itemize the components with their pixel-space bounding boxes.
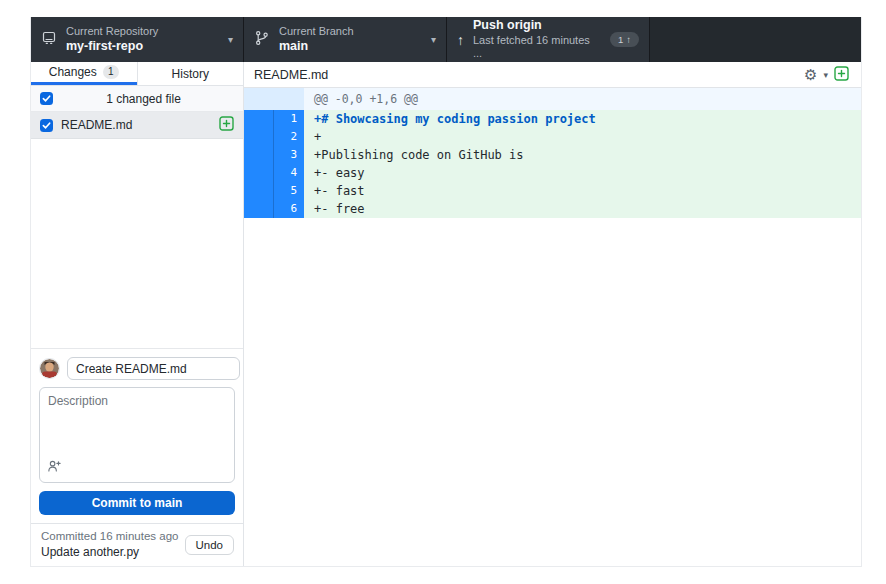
diff-line-text: +- free <box>304 200 861 218</box>
add-coauthor-icon[interactable] <box>47 459 61 477</box>
diff-line[interactable]: 1 +# Showcasing my coding passion projec… <box>244 110 861 128</box>
hunk-header-text: @@ -0,0 +1,6 @@ <box>304 88 861 110</box>
diff-line[interactable]: 4 +- easy <box>244 164 861 182</box>
new-line-number: 6 <box>274 200 304 218</box>
old-line-number <box>244 110 274 128</box>
commit-description-input[interactable] <box>40 388 234 462</box>
diff-line-text: +Publishing code on GitHub is <box>304 146 861 164</box>
diff-empty-area <box>244 218 861 566</box>
file-checkbox[interactable] <box>40 119 53 132</box>
avatar <box>39 358 60 379</box>
toolbar: Current Repository my-first-repo ▾ Curre… <box>31 17 861 62</box>
commit-description-box[interactable] <box>39 387 235 483</box>
sidebar-tabs: Changes 1 History <box>31 62 243 86</box>
repo-name: my-first-repo <box>66 39 158 55</box>
diff-added-icon <box>834 66 849 84</box>
new-line-number: 4 <box>274 164 304 182</box>
commit-button-prefix: Commit to <box>92 496 155 510</box>
check-icon <box>42 94 51 103</box>
diff-file-header: README.md ⚙ ▾ <box>244 62 861 88</box>
toolbar-empty-area <box>650 17 861 62</box>
chevron-down-icon: ▾ <box>431 34 436 45</box>
chevron-down-icon[interactable]: ▾ <box>823 70 828 80</box>
diff-added-icon <box>219 116 234 135</box>
file-name: README.md <box>61 118 211 132</box>
diff-pane: README.md ⚙ ▾ @@ -0,0 +1,6 @@ <box>244 62 861 566</box>
tab-history-label: History <box>172 67 209 81</box>
diff-line[interactable]: 6 +- free <box>244 200 861 218</box>
commit-button-branch: main <box>154 496 182 510</box>
github-desktop-window: Current Repository my-first-repo ▾ Curre… <box>30 17 862 567</box>
repo-icon <box>41 30 57 50</box>
branch-name: main <box>279 39 354 55</box>
changed-files-header: 1 changed file <box>31 86 243 112</box>
new-line-number: 5 <box>274 182 304 200</box>
check-icon <box>42 121 51 130</box>
repo-label: Current Repository <box>66 25 158 39</box>
diff-line-text: +- easy <box>304 164 861 182</box>
gear-icon[interactable]: ⚙ <box>804 67 817 82</box>
push-count-badge: 1 ↑ <box>610 32 639 47</box>
tab-history[interactable]: History <box>137 62 244 85</box>
commit-form: Commit to main <box>31 348 243 523</box>
diff-line[interactable]: 3 +Publishing code on GitHub is <box>244 146 861 164</box>
hunk-gutter <box>244 88 304 110</box>
diff-line-text: +- fast <box>304 182 861 200</box>
diff-file-name: README.md <box>254 68 328 82</box>
push-origin-button[interactable]: ↑ Push origin Last fetched 16 minutes ..… <box>447 17 650 62</box>
diff-line[interactable]: 5 +- fast <box>244 182 861 200</box>
arrow-up-icon: ↑ <box>457 32 464 48</box>
select-all-checkbox[interactable] <box>40 92 53 105</box>
tab-changes[interactable]: Changes 1 <box>31 62 137 85</box>
new-line-number: 3 <box>274 146 304 164</box>
hunk-header-row: @@ -0,0 +1,6 @@ <box>244 88 861 110</box>
new-line-number: 2 <box>274 128 304 146</box>
last-commit-bar: Committed 16 minutes ago Update another.… <box>31 523 243 566</box>
diff-line[interactable]: 2 + <box>244 128 861 146</box>
changes-sidebar: Changes 1 History 1 changed file README.… <box>31 62 244 566</box>
branch-label: Current Branch <box>279 25 354 39</box>
commit-summary-input[interactable] <box>67 357 240 380</box>
diff-line-text: +# Showcasing my coding passion project <box>304 110 861 128</box>
old-line-number <box>244 128 274 146</box>
current-branch-button[interactable]: Current Branch main ▾ <box>244 17 447 62</box>
diff-line-text: + <box>304 128 861 146</box>
file-list-empty-area <box>31 139 243 348</box>
old-line-number <box>244 146 274 164</box>
commit-button[interactable]: Commit to main <box>39 491 235 515</box>
tab-changes-label: Changes <box>49 65 97 79</box>
push-count: 1 <box>618 34 623 45</box>
current-repository-button[interactable]: Current Repository my-first-repo ▾ <box>31 17 244 62</box>
old-line-number <box>244 182 274 200</box>
new-line-number: 1 <box>274 110 304 128</box>
changed-files-summary: 1 changed file <box>53 92 234 106</box>
arrow-up-icon: ↑ <box>626 34 631 45</box>
old-line-number <box>244 164 274 182</box>
chevron-down-icon: ▾ <box>228 34 233 45</box>
undo-button[interactable]: Undo <box>185 535 235 555</box>
changes-count-badge: 1 <box>103 65 119 79</box>
push-subtitle: Last fetched 16 minutes ... <box>473 34 601 62</box>
git-branch-icon <box>254 30 270 50</box>
push-title: Push origin <box>473 18 601 34</box>
file-row-readme[interactable]: README.md <box>31 112 243 139</box>
old-line-number <box>244 200 274 218</box>
